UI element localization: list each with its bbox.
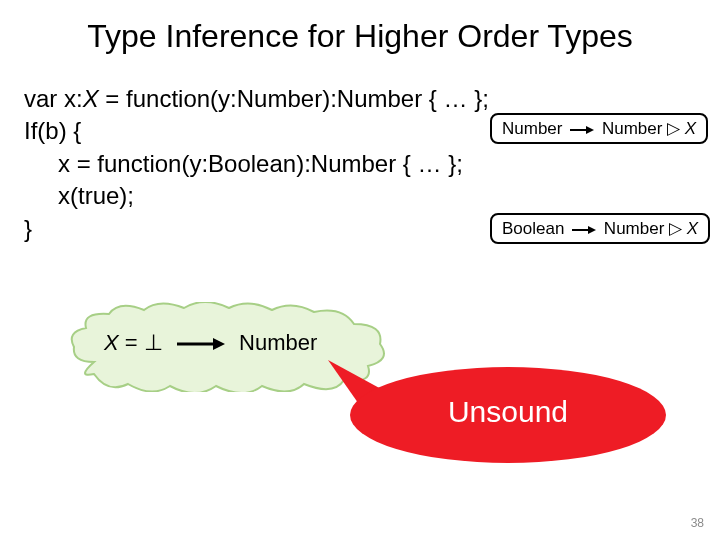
callout-text: Number: [502, 119, 562, 138]
code-text: = function(y:Number):Number { … };: [99, 85, 489, 112]
type-var: X: [687, 219, 698, 238]
slide-title: Type Inference for Higher Order Types: [0, 18, 720, 55]
cloud-text: Number: [239, 330, 317, 355]
svg-marker-3: [588, 226, 596, 234]
bubble-label: Unsound: [348, 395, 668, 429]
type-var: X: [104, 330, 119, 355]
code-text: var x:: [24, 85, 83, 112]
arrow-right-icon: [177, 337, 225, 351]
arrow-right-icon: [572, 225, 596, 235]
arrow-right-icon: [570, 125, 594, 135]
page-number: 38: [691, 516, 704, 530]
cloud-text: = ⊥: [119, 330, 163, 355]
unsound-bubble: Unsound: [348, 365, 668, 465]
svg-marker-5: [213, 338, 225, 350]
svg-marker-1: [586, 126, 594, 134]
constraint-callout-1: Number Number ▷ X: [490, 113, 708, 144]
code-line-3: x = function(y:Boolean):Number { … };: [24, 148, 696, 180]
code-line-1: var x:X = function(y:Number):Number { … …: [24, 83, 696, 115]
callout-text: Boolean: [502, 219, 564, 238]
callout-text: Number ▷: [602, 119, 685, 138]
type-var: X: [685, 119, 696, 138]
constraint-callout-2: Boolean Number ▷ X: [490, 213, 710, 244]
cloud-content: X = ⊥ Number: [104, 330, 317, 356]
code-line-4: x(true);: [24, 180, 696, 212]
type-var: X: [83, 85, 99, 112]
callout-text: Number ▷: [604, 219, 687, 238]
